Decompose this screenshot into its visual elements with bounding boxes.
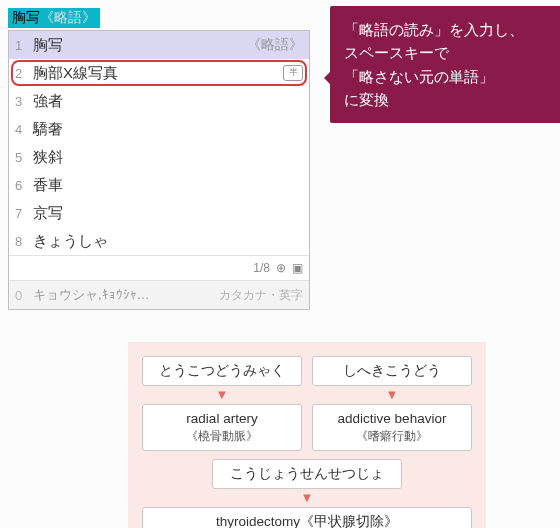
example-input-box: とうこつどうみゃく [142,356,302,386]
ime-sub-word: キョウシャ,ｷｮｳｼｬ… [33,286,219,304]
callout-line: スペースキーで [344,41,559,64]
ime-input-tag: 《略語》 [40,9,96,25]
ime-candidate-area: 胸写《略語》 1 胸写 《略語》 2 胸部X線写真 半 3 強者 4 驕奢 5 [8,8,310,310]
ime-candidate-word: 狭斜 [33,148,303,167]
ime-candidate-word: 驕奢 [33,120,303,139]
example-output-box: addictive behavior 《嗜癖行動》 [312,404,472,450]
ime-sub-row[interactable]: 0 キョウシャ,ｷｮｳｼｬ… カタカナ・英字 [9,280,309,309]
down-arrow-icon: ▼ [216,388,229,401]
ime-candidate-row[interactable]: 6 香車 [9,171,309,199]
ime-candidate-row[interactable]: 2 胸部X線写真 半 [9,59,309,87]
ime-candidate-row[interactable]: 7 京写 [9,199,309,227]
ime-input-main: 胸写 [12,9,40,25]
ime-footer: 1/8 ⊕ ▣ [9,255,309,280]
ime-halfwidth-badge: 半 [283,65,303,81]
example-input-text: しへきこうどう [343,362,441,380]
ime-candidate-panel: 1 胸写 《略語》 2 胸部X線写真 半 3 強者 4 驕奢 5 狭斜 [8,30,310,310]
ime-candidate-word: きょうしゃ [33,232,303,251]
ime-candidate-row[interactable]: 3 強者 [9,87,309,115]
examples-panel: とうこつどうみゃく ▼ radial artery 《橈骨動脈》 しへきこうどう… [128,342,486,528]
example-output-box: thyroidectomy《甲状腺切除》 [142,507,472,528]
ime-candidate-word: 胸部X線写真 [33,64,277,83]
example-input-text: とうこつどうみゃく [159,362,285,380]
example-input-box: こうじょうせんせつじょ [212,459,402,489]
ime-candidate-number: 6 [15,178,33,193]
example-input-box: しへきこうどう [312,356,472,386]
ime-input-display: 胸写《略語》 [8,8,100,28]
ime-candidate-row[interactable]: 1 胸写 《略語》 [9,31,309,59]
ime-candidate-number: 3 [15,94,33,109]
ime-candidate-number: 8 [15,234,33,249]
ime-candidate-row[interactable]: 8 きょうしゃ [9,227,309,255]
ime-candidate-number: 4 [15,122,33,137]
ime-candidate-word: 京写 [33,204,303,223]
example-output-box: radial artery 《橈骨動脈》 [142,404,302,450]
example-output-sub: 《橈骨動脈》 [186,428,258,444]
ime-candidate-word: 香車 [33,176,303,195]
ime-candidate-row[interactable]: 4 驕奢 [9,115,309,143]
info-icon[interactable]: ▣ [292,261,303,275]
ime-candidate-row[interactable]: 5 狭斜 [9,143,309,171]
down-arrow-icon: ▼ [386,388,399,401]
explanation-callout: 「略語の読み」を入力し、 スペースキーで 「略さない元の単語」 に変換 [330,6,560,123]
ime-candidate-word: 強者 [33,92,303,111]
ime-page-indicator: 1/8 [253,261,270,275]
callout-line: 「略語の読み」を入力し、 [344,18,559,41]
down-arrow-icon: ▼ [301,491,314,504]
ime-candidate-number: 7 [15,206,33,221]
ime-sub-tag: カタカナ・英字 [219,287,303,304]
ime-candidate-number: 5 [15,150,33,165]
ime-candidate-number: 0 [15,288,33,303]
callout-line: 「略さない元の単語」 [344,65,559,88]
magnifier-icon[interactable]: ⊕ [276,261,286,275]
ime-candidate-number: 2 [15,66,33,81]
ime-candidate-tag: 《略語》 [247,36,303,54]
ime-candidate-number: 1 [15,38,33,53]
callout-line: に変換 [344,88,559,111]
example-output-text: addictive behavior [338,410,447,428]
ime-candidate-word: 胸写 [33,36,247,55]
example-output-text: thyroidectomy《甲状腺切除》 [216,513,398,528]
example-output-text: radial artery [186,410,257,428]
example-input-text: こうじょうせんせつじょ [230,465,384,483]
example-output-sub: 《嗜癖行動》 [356,428,428,444]
